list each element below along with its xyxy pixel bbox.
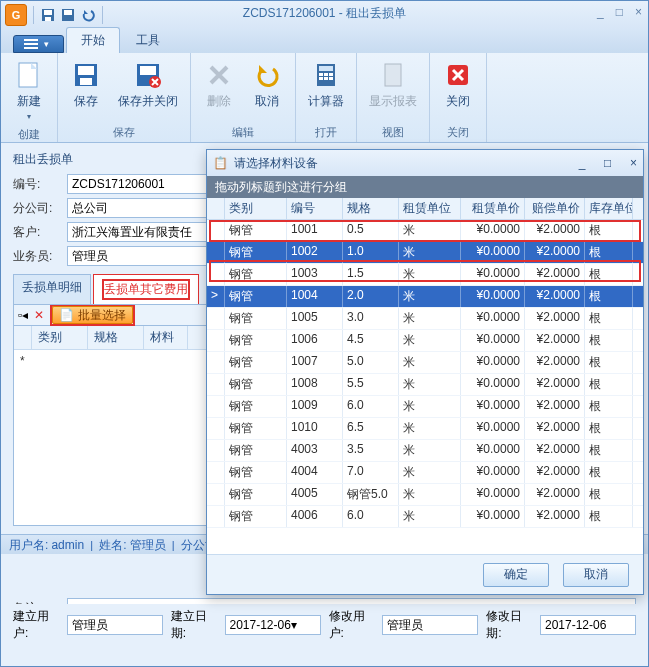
col-material[interactable]: 材料 [144, 326, 188, 349]
svg-rect-7 [24, 47, 38, 49]
modifier-field[interactable]: 管理员 [382, 615, 478, 635]
report-button: 显示报表 [363, 55, 423, 114]
table-row[interactable]: 钢管10096.0米¥0.0000¥2.0000根 [207, 396, 643, 418]
delete-icon [203, 59, 235, 91]
group-panel[interactable]: 拖动列标题到这进行分组 [207, 176, 643, 198]
svg-rect-6 [24, 43, 38, 45]
group-save: 保存 保存并关闭 保存 [58, 53, 191, 142]
tab-start[interactable]: 开始 [66, 27, 120, 53]
svg-rect-23 [385, 64, 401, 86]
audit-row: 建立用户: 管理员 建立日期: 2017-12-06 ▾ 修改用户: 管理员 修… [1, 604, 648, 646]
col-code[interactable]: 编号 [287, 198, 343, 219]
window-title: ZCDS171206001 - 租出丢损单 [1, 5, 648, 22]
minimize-button[interactable]: _ [597, 5, 604, 19]
table-row[interactable]: 钢管4005钢管5.0米¥0.0000¥2.0000根 [207, 484, 643, 506]
save-button[interactable]: 保存 [64, 55, 108, 114]
material-grid[interactable]: 类别 编号 规格 租赁单位 租赁单价 赔偿单价 库存单位 钢管10010.5米¥… [207, 198, 643, 554]
delete-button: 删除 [197, 55, 241, 114]
group-view: 显示报表 视图 [357, 53, 430, 142]
svg-rect-16 [319, 66, 333, 71]
dialog-titlebar[interactable]: 📋 请选择材料设备 _ □ × [207, 150, 643, 176]
col-category[interactable]: 类别 [225, 198, 287, 219]
svg-rect-21 [324, 77, 328, 80]
svg-rect-17 [319, 73, 323, 76]
table-row[interactable]: 钢管40066.0米¥0.0000¥2.0000根 [207, 506, 643, 528]
table-row[interactable]: 钢管10106.5米¥0.0000¥2.0000根 [207, 418, 643, 440]
col-inv-unit[interactable]: 库存单位 [585, 198, 633, 219]
material-picker-dialog: 📋 请选择材料设备 _ □ × 拖动列标题到这进行分组 类别 编号 规格 租赁单… [206, 149, 644, 595]
new-button[interactable]: 新建 ▾ [7, 55, 51, 125]
app-menu-button[interactable]: G [5, 4, 27, 26]
table-row[interactable]: 钢管10031.5米¥0.0000¥2.0000根 [207, 264, 643, 286]
col-spec[interactable]: 规格 [88, 326, 144, 349]
report-icon [377, 59, 409, 91]
save-close-icon[interactable] [60, 7, 76, 23]
table-row[interactable]: 钢管40033.5米¥0.0000¥2.0000根 [207, 440, 643, 462]
col-spec[interactable]: 规格 [343, 198, 399, 219]
chevron-down-icon: ▾ [27, 112, 31, 121]
table-row[interactable]: >钢管10042.0米¥0.0000¥2.0000根 [207, 286, 643, 308]
save-icon[interactable] [40, 7, 56, 23]
dialog-icon: 📋 [213, 156, 228, 170]
close-button[interactable]: × [635, 5, 642, 19]
file-menu[interactable]: ▾ [13, 35, 64, 53]
col-rent-unit[interactable]: 租赁单位 [399, 198, 461, 219]
dialog-maximize-button[interactable]: □ [604, 156, 611, 170]
cdate-label: 建立日期: [171, 608, 217, 642]
code-field[interactable]: ZCDS171206001 [67, 174, 215, 194]
col-category[interactable]: 类别 [32, 326, 88, 349]
table-row[interactable]: 钢管10075.0米¥0.0000¥2.0000根 [207, 352, 643, 374]
dialog-minimize-button[interactable]: _ [579, 156, 586, 170]
group-close: 关闭 关闭 [430, 53, 487, 142]
menu-icon [24, 39, 38, 49]
group-create: 新建 ▾ 创建 [1, 53, 58, 142]
table-row[interactable]: 钢管10064.5米¥0.0000¥2.0000根 [207, 330, 643, 352]
table-row[interactable]: 钢管10010.5米¥0.0000¥2.0000根 [207, 220, 643, 242]
add-row-icon[interactable]: ▫◂ [18, 308, 28, 322]
close-doc-button[interactable]: 关闭 [436, 55, 480, 114]
customer-field[interactable]: 浙江兴海置业有限责任 [67, 222, 215, 242]
svg-rect-20 [319, 77, 323, 80]
ribbon: 新建 ▾ 创建 保存 保存并关闭 保存 [1, 53, 648, 143]
save-close-button[interactable]: 保存并关闭 [112, 55, 184, 114]
remove-row-icon[interactable]: ✕ [34, 308, 44, 322]
maximize-button[interactable]: □ [616, 5, 623, 19]
table-row[interactable]: 钢管40047.0米¥0.0000¥2.0000根 [207, 462, 643, 484]
cdate-field[interactable]: 2017-12-06 ▾ [225, 615, 321, 635]
svg-rect-22 [329, 77, 333, 80]
cancel-button[interactable]: 取消 [563, 563, 629, 587]
table-row[interactable]: 钢管10021.0米¥0.0000¥2.0000根 [207, 242, 643, 264]
dialog-title-text: 请选择材料设备 [234, 155, 318, 172]
staff-field[interactable]: 管理员 [67, 246, 215, 266]
col-rent-price[interactable]: 租赁单价 [461, 198, 525, 219]
branch-field[interactable]: 总公司 [67, 198, 215, 218]
dialog-close-button[interactable]: × [630, 156, 637, 170]
batch-select-button[interactable]: 📄 批量选择 [52, 306, 132, 324]
tab-detail[interactable]: 丢损单明细 [13, 274, 91, 304]
tab-tools[interactable]: 工具 [122, 28, 174, 53]
svg-rect-1 [44, 10, 52, 15]
dialog-buttons: 确定 取消 [207, 554, 643, 594]
save-close-icon [132, 59, 164, 91]
table-row[interactable]: 钢管10085.5米¥0.0000¥2.0000根 [207, 374, 643, 396]
undo-icon[interactable] [80, 7, 96, 23]
svg-rect-19 [329, 73, 333, 76]
ok-button[interactable]: 确定 [483, 563, 549, 587]
group-open: 计算器 打开 [296, 53, 357, 142]
calculator-button[interactable]: 计算器 [302, 55, 350, 114]
quick-access-toolbar: G ZCDS171206001 - 租出丢损单 _ □ × [1, 1, 648, 29]
svg-rect-4 [64, 10, 72, 15]
svg-rect-13 [140, 66, 156, 75]
tab-other-fee[interactable]: 丢损单其它费用 [93, 274, 199, 304]
undo-icon [251, 59, 283, 91]
col-comp-price[interactable]: 赔偿单价 [525, 198, 585, 219]
creator-field[interactable]: 管理员 [67, 615, 163, 635]
customer-label: 客户: [13, 224, 59, 241]
cancel-button[interactable]: 取消 [245, 55, 289, 114]
chevron-down-icon: ▾ [44, 39, 49, 49]
mdate-field[interactable]: 2017-12-06 [540, 615, 636, 635]
modifier-label: 修改用户: [329, 608, 375, 642]
close-icon [442, 59, 474, 91]
table-row[interactable]: 钢管10053.0米¥0.0000¥2.0000根 [207, 308, 643, 330]
main-window: G ZCDS171206001 - 租出丢损单 _ □ × ▾ 开始 工具 [0, 0, 649, 667]
